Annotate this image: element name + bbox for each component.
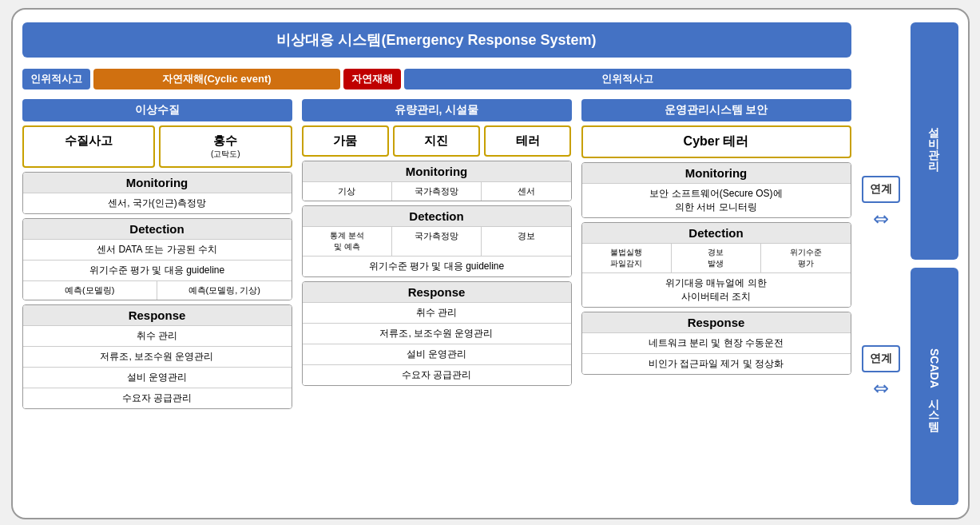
event-water-quality: 수질사고 <box>22 125 156 168</box>
col1-header: 이상수질 <box>22 99 292 121</box>
col2-det-cell2: 국가측정망 <box>392 227 482 256</box>
sidebar-bottom: SCADA 시스템 <box>911 268 958 505</box>
event-flood: 홍수(고탁도) <box>159 125 292 168</box>
yeon-top: 연계 <box>862 176 900 203</box>
sidebar-top: 설비관리 <box>911 22 958 260</box>
col3-response-title: Response <box>582 312 851 332</box>
bottom-connector-group: 연계 ⇔ <box>862 345 900 400</box>
yeon-bottom: 연계 <box>862 345 900 372</box>
connector-sidebar: 연계 ⇔ 연계 ⇔ <box>858 22 904 505</box>
category-row: 인위적사고 자연재해(Cyclic event) 자연재해 인위적사고 <box>22 69 851 89</box>
col3-det-cell1: 불법실행파일감지 <box>582 244 672 272</box>
col3-resp-item1: 네트워크 분리 및 현장 수동운전 <box>582 332 851 353</box>
col2-mon-cell3: 센서 <box>482 182 570 201</box>
top-connector-group: 연계 ⇔ <box>862 176 900 230</box>
col3-resp-item2: 비인가 접근파일 제거 및 정상화 <box>582 353 851 374</box>
col2-mon-cell2: 국가측정망 <box>392 182 482 201</box>
col1-detection-item1: 센서 DATA 또는 가공된 수치 <box>23 239 292 260</box>
col2-resp-item2: 저류조, 보조수원 운영관리 <box>303 323 571 344</box>
col1-events: 수질사고 홍수(고탁도) <box>22 125 292 168</box>
col2-mon-cell1: 기상 <box>303 182 392 201</box>
col3-det-cell3: 위기수준평가 <box>761 244 850 272</box>
col2-resp-item3: 설비 운영관리 <box>303 344 571 364</box>
event-earthquake: 지진 <box>393 125 480 157</box>
col2-resp-item1: 취수 관리 <box>303 302 571 323</box>
col1-detection-item2: 위기수준 평가 및 대응 guideline <box>23 260 292 280</box>
col3-monitoring-title: Monitoring <box>582 163 851 183</box>
col2-events: 가뭄 지진 테러 <box>302 125 572 157</box>
col3-response: Response 네트워크 분리 및 현장 수동운전 비인가 접근파일 제거 및… <box>581 312 851 375</box>
col3-detection-row1: 불법실행파일감지 경보발생 위기수준평가 <box>582 243 851 272</box>
col1-monitoring-item1: 센서, 국가(인근)측정망 <box>23 193 292 213</box>
col2-detection-row1: 통계 분석및 예측 국가측정망 경보 <box>303 226 571 256</box>
system-title: 비상대응 시스템(Emergency Response System) <box>22 22 851 58</box>
col2-monitoring-row: 기상 국가측정망 센서 <box>303 181 571 201</box>
col1-resp-item3: 설비 운영관리 <box>23 367 292 388</box>
event-cyber-terror: Cyber 테러 <box>581 125 851 158</box>
col2-response: Response 취수 관리 저류조, 보조수원 운영관리 설비 운영관리 수요… <box>302 281 572 386</box>
col1-resp-item1: 취수 관리 <box>23 325 292 346</box>
col3-header: 운영관리시스템 보안 <box>581 99 851 121</box>
col2-detection-title: Detection <box>303 206 571 226</box>
cat-natural: 자연재해 <box>343 69 401 89</box>
outer-container: 비상대응 시스템(Emergency Response System) 인위적사… <box>11 8 970 519</box>
col1-det-cell2: 예측(모델링, 기상) <box>157 281 292 300</box>
col2-det-cell3: 경보 <box>482 227 570 256</box>
col2-detection: Detection 통계 분석및 예측 국가측정망 경보 위기수준 평가 및 대… <box>302 205 572 277</box>
col1-det-cell1: 예측(모델링) <box>23 281 158 300</box>
col3-det-cell2: 경보발생 <box>672 244 761 272</box>
col2-monitoring: Monitoring 기상 국가측정망 센서 <box>302 161 572 201</box>
col2-header: 유량관리, 시설물 <box>302 99 572 121</box>
column-flow: 유량관리, 시설물 가뭄 지진 테러 Monitoring 기상 국가측정망 센… <box>302 99 572 505</box>
col2-monitoring-title: Monitoring <box>303 161 571 181</box>
col3-monitoring: Monitoring 보안 소프트웨어(Secure OS)에 의한 서버 모니… <box>581 162 851 218</box>
col3-monitoring-item1: 보안 소프트웨어(Secure OS)에 의한 서버 모니터링 <box>582 183 851 217</box>
main-content: 비상대응 시스템(Emergency Response System) 인위적사… <box>22 22 851 505</box>
arrow-bottom: ⇔ <box>873 377 889 400</box>
col3-detection-title: Detection <box>582 223 851 243</box>
col1-resp-item2: 저류조, 보조수원 운영관리 <box>23 346 292 367</box>
column-security: 운영관리시스템 보안 Cyber 테러 Monitoring 보안 소프트웨어(… <box>581 99 851 505</box>
col3-events: Cyber 테러 <box>581 125 851 158</box>
columns-row: 이상수질 수질사고 홍수(고탁도) Monitoring 센서, 국가(인근)측… <box>22 99 851 505</box>
col2-det-cell1: 통계 분석및 예측 <box>303 227 392 256</box>
col1-monitoring-title: Monitoring <box>23 173 292 193</box>
event-terror1: 테러 <box>484 125 571 157</box>
col2-detection-item1: 위기수준 평가 및 대응 guideline <box>303 256 571 276</box>
arrow-top: ⇔ <box>873 208 889 230</box>
col1-response-title: Response <box>23 305 292 325</box>
column-water: 이상수질 수질사고 홍수(고탁도) Monitoring 센서, 국가(인근)측… <box>22 99 292 505</box>
cat-artificial2: 인위적사고 <box>404 69 851 89</box>
cat-natural-cyclic: 자연재해(Cyclic event) <box>93 69 341 89</box>
col2-resp-item4: 수요자 공급관리 <box>303 364 571 385</box>
event-drought: 가뭄 <box>302 125 389 157</box>
col1-detection-row1: 예측(모델링) 예측(모델링, 기상) <box>23 280 292 300</box>
col1-response: Response 취수 관리 저류조, 보조수원 운영관리 설비 운영관리 수요… <box>22 304 292 409</box>
col1-detection: Detection 센서 DATA 또는 가공된 수치 위기수준 평가 및 대응… <box>22 218 292 300</box>
col1-monitoring: Monitoring 센서, 국가(인근)측정망 <box>22 172 292 214</box>
col1-detection-title: Detection <box>23 219 292 239</box>
right-sidebar: 설비관리 SCADA 시스템 <box>911 22 958 505</box>
col1-resp-item4: 수요자 공급관리 <box>23 388 292 408</box>
col3-detection-item1: 위기대응 매뉴얼에 의한 사이버테러 조치 <box>582 272 851 307</box>
col2-response-title: Response <box>303 282 571 302</box>
cat-artificial1: 인위적사고 <box>22 69 90 89</box>
col3-detection: Detection 불법실행파일감지 경보발생 위기수준평가 위기대응 매뉴얼에… <box>581 222 851 308</box>
